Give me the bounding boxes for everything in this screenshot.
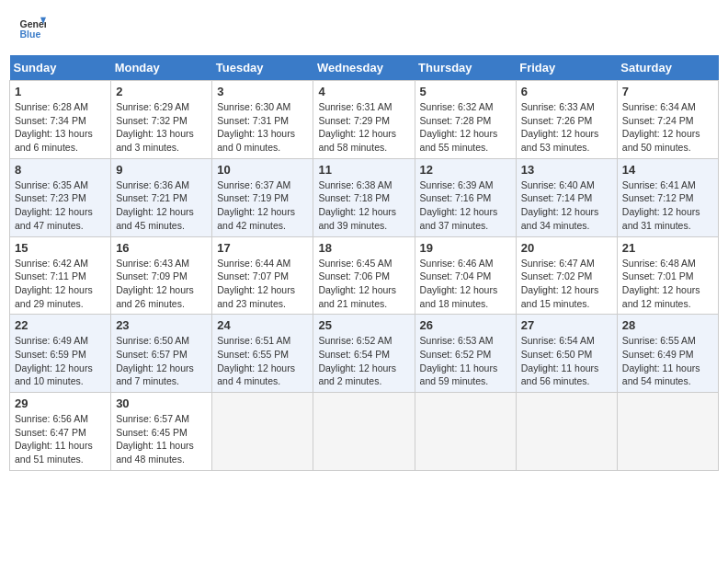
day-cell-6: 6 Sunrise: 6:33 AM Sunset: 7:26 PM Dayli… xyxy=(516,81,617,159)
day-cell-9: 9 Sunrise: 6:36 AM Sunset: 7:21 PM Dayli… xyxy=(111,158,212,236)
day-info: Sunrise: 6:57 AM Sunset: 6:45 PM Dayligh… xyxy=(116,412,207,466)
day-cell-8: 8 Sunrise: 6:35 AM Sunset: 7:23 PM Dayli… xyxy=(10,158,111,236)
day-info: Sunrise: 6:52 AM Sunset: 6:54 PM Dayligh… xyxy=(318,334,409,388)
day-cell-25: 25 Sunrise: 6:52 AM Sunset: 6:54 PM Dayl… xyxy=(313,315,415,393)
day-info: Sunrise: 6:53 AM Sunset: 6:52 PM Dayligh… xyxy=(420,334,511,388)
week-row-3: 15 Sunrise: 6:42 AM Sunset: 7:11 PM Dayl… xyxy=(10,236,719,315)
day-cell-13: 13 Sunrise: 6:40 AM Sunset: 7:14 PM Dayl… xyxy=(516,158,617,236)
day-info: Sunrise: 6:34 AM Sunset: 7:24 PM Dayligh… xyxy=(622,100,713,155)
day-info: Sunrise: 6:56 AM Sunset: 6:47 PM Dayligh… xyxy=(15,412,106,466)
day-info: Sunrise: 6:44 AM Sunset: 7:07 PM Dayligh… xyxy=(217,257,308,311)
empty-cell xyxy=(313,393,415,471)
day-number: 6 xyxy=(521,85,612,98)
day-number: 25 xyxy=(318,318,409,332)
day-cell-26: 26 Sunrise: 6:53 AM Sunset: 6:52 PM Dayl… xyxy=(415,315,516,393)
day-cell-30: 30 Sunrise: 6:57 AM Sunset: 6:45 PM Dayl… xyxy=(111,393,212,471)
week-row-4: 22 Sunrise: 6:49 AM Sunset: 6:59 PM Dayl… xyxy=(10,315,719,393)
day-number: 2 xyxy=(116,85,207,98)
day-number: 30 xyxy=(116,396,207,410)
day-number: 14 xyxy=(622,163,713,177)
day-info: Sunrise: 6:41 AM Sunset: 7:12 PM Dayligh… xyxy=(622,178,713,233)
day-number: 1 xyxy=(15,85,106,98)
day-cell-15: 15 Sunrise: 6:42 AM Sunset: 7:11 PM Dayl… xyxy=(10,236,111,315)
day-cell-10: 10 Sunrise: 6:37 AM Sunset: 7:19 PM Dayl… xyxy=(212,158,313,236)
day-cell-22: 22 Sunrise: 6:49 AM Sunset: 6:59 PM Dayl… xyxy=(10,315,111,393)
col-header-monday: Monday xyxy=(111,55,212,81)
day-info: Sunrise: 6:47 AM Sunset: 7:02 PM Dayligh… xyxy=(521,257,612,311)
day-info: Sunrise: 6:49 AM Sunset: 6:59 PM Dayligh… xyxy=(15,334,106,388)
day-cell-27: 27 Sunrise: 6:54 AM Sunset: 6:50 PM Dayl… xyxy=(516,315,617,393)
day-number: 4 xyxy=(318,85,409,98)
day-cell-19: 19 Sunrise: 6:46 AM Sunset: 7:04 PM Dayl… xyxy=(415,236,516,315)
day-info: Sunrise: 6:33 AM Sunset: 7:26 PM Dayligh… xyxy=(521,100,612,155)
day-cell-29: 29 Sunrise: 6:56 AM Sunset: 6:47 PM Dayl… xyxy=(10,393,111,471)
day-cell-1: 1 Sunrise: 6:28 AM Sunset: 7:34 PM Dayli… xyxy=(10,81,111,159)
col-header-friday: Friday xyxy=(516,55,617,81)
day-cell-24: 24 Sunrise: 6:51 AM Sunset: 6:55 PM Dayl… xyxy=(212,315,313,393)
day-info: Sunrise: 6:28 AM Sunset: 7:34 PM Dayligh… xyxy=(15,100,106,155)
day-number: 28 xyxy=(622,318,713,332)
day-number: 17 xyxy=(217,241,308,255)
day-number: 20 xyxy=(521,241,612,255)
day-info: Sunrise: 6:31 AM Sunset: 7:29 PM Dayligh… xyxy=(318,100,409,155)
day-number: 7 xyxy=(622,85,713,98)
day-cell-12: 12 Sunrise: 6:39 AM Sunset: 7:16 PM Dayl… xyxy=(415,158,516,236)
day-info: Sunrise: 6:40 AM Sunset: 7:14 PM Dayligh… xyxy=(521,178,612,233)
day-info: Sunrise: 6:29 AM Sunset: 7:32 PM Dayligh… xyxy=(116,100,207,155)
day-number: 15 xyxy=(15,241,106,255)
day-number: 27 xyxy=(521,318,612,332)
day-number: 22 xyxy=(15,318,106,332)
day-number: 9 xyxy=(116,163,207,177)
day-info: Sunrise: 6:48 AM Sunset: 7:01 PM Dayligh… xyxy=(622,257,713,311)
col-header-thursday: Thursday xyxy=(415,55,516,81)
day-cell-16: 16 Sunrise: 6:43 AM Sunset: 7:09 PM Dayl… xyxy=(111,236,212,315)
day-number: 3 xyxy=(217,85,308,98)
day-info: Sunrise: 6:32 AM Sunset: 7:28 PM Dayligh… xyxy=(420,100,511,155)
header-row: SundayMondayTuesdayWednesdayThursdayFrid… xyxy=(10,55,719,81)
day-number: 19 xyxy=(420,241,511,255)
day-cell-21: 21 Sunrise: 6:48 AM Sunset: 7:01 PM Dayl… xyxy=(617,236,718,315)
empty-cell xyxy=(516,393,617,471)
svg-text:Blue: Blue xyxy=(20,29,41,40)
day-number: 24 xyxy=(217,318,308,332)
day-number: 5 xyxy=(420,85,511,98)
logo-icon: General Blue xyxy=(18,14,46,41)
col-header-wednesday: Wednesday xyxy=(313,55,415,81)
day-info: Sunrise: 6:45 AM Sunset: 7:06 PM Dayligh… xyxy=(318,257,409,311)
day-cell-7: 7 Sunrise: 6:34 AM Sunset: 7:24 PM Dayli… xyxy=(617,81,718,159)
day-number: 13 xyxy=(521,163,612,177)
day-info: Sunrise: 6:30 AM Sunset: 7:31 PM Dayligh… xyxy=(217,100,308,155)
day-cell-2: 2 Sunrise: 6:29 AM Sunset: 7:32 PM Dayli… xyxy=(111,81,212,159)
day-number: 16 xyxy=(116,241,207,255)
page-header: General Blue xyxy=(9,9,719,46)
day-info: Sunrise: 6:35 AM Sunset: 7:23 PM Dayligh… xyxy=(15,178,106,233)
day-number: 26 xyxy=(420,318,511,332)
day-info: Sunrise: 6:54 AM Sunset: 6:50 PM Dayligh… xyxy=(521,334,612,388)
day-cell-18: 18 Sunrise: 6:45 AM Sunset: 7:06 PM Dayl… xyxy=(313,236,415,315)
day-number: 29 xyxy=(15,396,106,410)
day-number: 18 xyxy=(318,241,409,255)
day-info: Sunrise: 6:46 AM Sunset: 7:04 PM Dayligh… xyxy=(420,257,511,311)
day-info: Sunrise: 6:36 AM Sunset: 7:21 PM Dayligh… xyxy=(116,178,207,233)
day-info: Sunrise: 6:37 AM Sunset: 7:19 PM Dayligh… xyxy=(217,178,308,233)
day-info: Sunrise: 6:43 AM Sunset: 7:09 PM Dayligh… xyxy=(116,257,207,311)
empty-cell xyxy=(212,393,313,471)
day-cell-5: 5 Sunrise: 6:32 AM Sunset: 7:28 PM Dayli… xyxy=(415,81,516,159)
day-cell-23: 23 Sunrise: 6:50 AM Sunset: 6:57 PM Dayl… xyxy=(111,315,212,393)
logo: General Blue xyxy=(18,14,50,41)
day-number: 11 xyxy=(318,163,409,177)
day-number: 8 xyxy=(15,163,106,177)
day-cell-20: 20 Sunrise: 6:47 AM Sunset: 7:02 PM Dayl… xyxy=(516,236,617,315)
day-info: Sunrise: 6:50 AM Sunset: 6:57 PM Dayligh… xyxy=(116,334,207,388)
day-info: Sunrise: 6:39 AM Sunset: 7:16 PM Dayligh… xyxy=(420,178,511,233)
day-cell-11: 11 Sunrise: 6:38 AM Sunset: 7:18 PM Dayl… xyxy=(313,158,415,236)
week-row-1: 1 Sunrise: 6:28 AM Sunset: 7:34 PM Dayli… xyxy=(10,81,719,159)
day-number: 21 xyxy=(622,241,713,255)
week-row-2: 8 Sunrise: 6:35 AM Sunset: 7:23 PM Dayli… xyxy=(10,158,719,236)
day-cell-3: 3 Sunrise: 6:30 AM Sunset: 7:31 PM Dayli… xyxy=(212,81,313,159)
day-number: 12 xyxy=(420,163,511,177)
day-info: Sunrise: 6:38 AM Sunset: 7:18 PM Dayligh… xyxy=(318,178,409,233)
day-cell-28: 28 Sunrise: 6:55 AM Sunset: 6:49 PM Dayl… xyxy=(617,315,718,393)
col-header-tuesday: Tuesday xyxy=(212,55,313,81)
day-number: 10 xyxy=(217,163,308,177)
